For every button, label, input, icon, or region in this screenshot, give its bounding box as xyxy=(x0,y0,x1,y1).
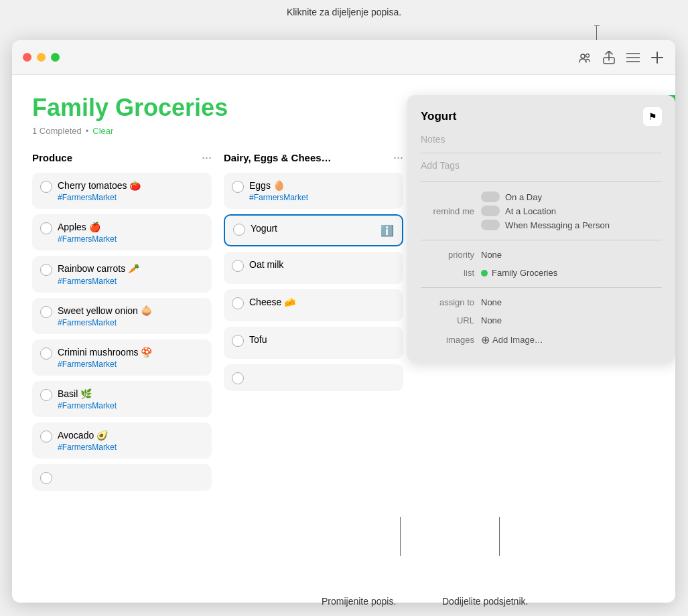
dairy-column: Dairy, Eggs & Chees… ··· Eggs 🥚 #Farmers… xyxy=(224,151,403,496)
item-checkbox[interactable] xyxy=(40,389,52,401)
item-text: Sweet yellow onion 🧅 xyxy=(58,305,152,317)
item-tag: #FarmersMarket xyxy=(58,277,139,286)
list-color-dot xyxy=(481,270,488,277)
item-checkbox[interactable] xyxy=(40,472,52,484)
list-item[interactable]: Sweet yellow onion 🧅 #FarmersMarket xyxy=(32,298,212,334)
item-text: Rainbow carrots 🥕 xyxy=(58,262,139,275)
list-item[interactable]: Avocado 🥑 #FarmersMarket xyxy=(32,422,212,459)
add-image-plus-icon: ⊕ xyxy=(481,333,490,346)
item-text: Basil 🌿 xyxy=(58,388,117,400)
item-text: Apples 🍎 xyxy=(58,221,117,233)
item-tag: #FarmersMarket xyxy=(58,443,117,452)
item-tag: #FarmersMarket xyxy=(58,318,152,327)
clear-button[interactable]: Clear xyxy=(92,126,113,136)
list-item[interactable]: Cherry tomatoes 🍅 #FarmersMarket xyxy=(32,173,212,209)
item-checkbox[interactable] xyxy=(40,181,52,193)
item-checkbox[interactable] xyxy=(232,181,244,193)
divider xyxy=(421,153,662,153)
priority-value[interactable]: None xyxy=(481,250,502,260)
traffic-lights xyxy=(23,53,60,62)
dairy-column-menu[interactable]: ··· xyxy=(393,151,403,165)
separator: • xyxy=(86,126,89,136)
notes-field[interactable]: Notes xyxy=(421,133,662,146)
item-text: Cheese 🧀 xyxy=(249,296,295,308)
item-text: Tofu xyxy=(249,333,267,345)
item-checkbox[interactable] xyxy=(40,306,52,318)
detail-title: Yogurt xyxy=(421,110,457,123)
item-checkbox[interactable] xyxy=(232,335,244,347)
on-day-toggle[interactable] xyxy=(481,191,500,202)
empty-list-item[interactable] xyxy=(32,464,212,491)
add-image-button[interactable]: ⊕ Add Image… xyxy=(481,333,543,346)
item-tag: #FarmersMarket xyxy=(58,234,117,244)
item-checkbox[interactable] xyxy=(232,297,244,309)
item-checkbox[interactable] xyxy=(232,372,244,384)
produce-column-title: Produce xyxy=(32,152,72,163)
tags-field[interactable]: Add Tags xyxy=(421,159,662,172)
item-checkbox[interactable] xyxy=(40,348,52,360)
item-tag: #FarmersMarket xyxy=(58,193,141,202)
messaging-toggle[interactable] xyxy=(481,220,500,230)
item-checkbox[interactable] xyxy=(40,264,52,276)
item-text: Cherry tomatoes 🍅 xyxy=(58,179,141,191)
collaborators-icon[interactable] xyxy=(577,50,592,65)
top-annotation-tick xyxy=(594,25,600,26)
list-item[interactable]: Crimini mushrooms 🍄 #FarmersMarket xyxy=(32,339,212,376)
produce-column-menu[interactable]: ··· xyxy=(202,151,212,165)
priority-label: priority xyxy=(421,250,474,260)
divider xyxy=(421,240,662,240)
list-item[interactable]: Basil 🌿 #FarmersMarket xyxy=(32,381,212,417)
priority-row: priority None xyxy=(421,246,662,264)
divider xyxy=(421,181,662,182)
share-icon[interactable] xyxy=(602,50,616,65)
list-item[interactable]: Cheese 🧀 xyxy=(224,289,403,321)
list-item[interactable]: Eggs 🥚 #FarmersMarket xyxy=(224,173,403,209)
add-image-label: Add Image… xyxy=(492,335,543,345)
item-tag: #FarmersMarket xyxy=(249,193,308,202)
bottom-right-annotation: Dodijelite podsjetnik. xyxy=(442,596,528,607)
list-item[interactable]: Oat milk xyxy=(224,252,403,284)
empty-list-item[interactable] xyxy=(224,364,403,391)
titlebar-actions xyxy=(577,50,665,65)
assign-row: assign to None xyxy=(421,293,662,311)
at-location-label: At a Location xyxy=(505,206,556,216)
messaging-label: When Messaging a Person xyxy=(505,220,610,230)
item-text: Avocado 🥑 xyxy=(58,429,117,441)
yogurt-list-item[interactable]: Yogurt ℹ️ xyxy=(224,214,403,246)
remind-me-row: remind me On a Day At a Location When Me… xyxy=(421,187,662,234)
info-icon[interactable]: ℹ️ xyxy=(381,224,394,237)
at-location-toggle[interactable] xyxy=(481,206,500,216)
item-tag: #FarmersMarket xyxy=(58,360,152,369)
item-tag: #FarmersMarket xyxy=(58,401,117,410)
url-value[interactable]: None xyxy=(481,315,502,325)
list-row: list Family Groceries xyxy=(421,264,662,282)
list-item[interactable]: Apples 🍎 #FarmersMarket xyxy=(32,214,212,250)
flag-button[interactable]: ⚑ xyxy=(643,107,662,126)
item-text: Yogurt xyxy=(251,222,375,234)
bottom-left-annotation: Promijenite popis. xyxy=(322,596,396,607)
top-annotation: Kliknite za dijeljenje popisa. xyxy=(0,7,688,17)
detail-panel: Yogurt ⚑ Notes Add Tags remind me On a D… xyxy=(407,95,675,362)
app-window: Family Groceries 1 Completed • Clear Pro… xyxy=(12,40,675,603)
on-day-label: On a Day xyxy=(505,192,542,202)
close-button[interactable] xyxy=(23,53,31,62)
tofu-list-item[interactable]: Tofu xyxy=(224,327,403,359)
list-value[interactable]: Family Groceries xyxy=(481,268,557,278)
url-row: URL None xyxy=(421,311,662,329)
minimize-button[interactable] xyxy=(37,53,46,62)
completed-count: 1 Completed xyxy=(32,126,82,136)
item-checkbox[interactable] xyxy=(233,224,245,236)
fullscreen-button[interactable] xyxy=(51,53,60,62)
assign-value[interactable]: None xyxy=(481,297,502,307)
svg-point-0 xyxy=(581,54,585,58)
remind-section: On a Day At a Location When Messaging a … xyxy=(481,191,610,230)
item-text: Crimini mushrooms 🍄 xyxy=(58,346,152,358)
item-checkbox[interactable] xyxy=(232,260,244,272)
list-item[interactable]: Rainbow carrots 🥕 #FarmersMarket xyxy=(32,256,212,292)
item-checkbox[interactable] xyxy=(40,222,52,234)
add-icon[interactable] xyxy=(650,50,665,65)
content-area: Family Groceries 1 Completed • Clear Pro… xyxy=(12,75,675,603)
list-icon[interactable] xyxy=(626,50,640,65)
item-checkbox[interactable] xyxy=(40,431,52,443)
dairy-column-header: Dairy, Eggs & Chees… ··· xyxy=(224,151,403,165)
